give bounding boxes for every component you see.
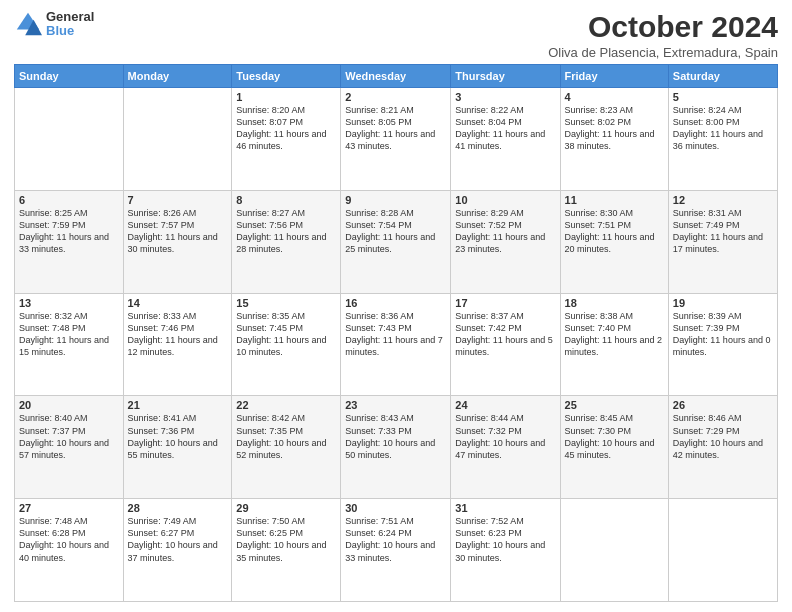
day-number: 14	[128, 297, 228, 309]
col-header-thursday: Thursday	[451, 65, 560, 88]
day-number: 13	[19, 297, 119, 309]
day-info: Sunrise: 8:27 AMSunset: 7:56 PMDaylight:…	[236, 207, 336, 256]
day-info: Sunrise: 8:43 AMSunset: 7:33 PMDaylight:…	[345, 412, 446, 461]
col-header-monday: Monday	[123, 65, 232, 88]
day-info: Sunrise: 8:32 AMSunset: 7:48 PMDaylight:…	[19, 310, 119, 359]
calendar-cell: 16Sunrise: 8:36 AMSunset: 7:43 PMDayligh…	[341, 293, 451, 396]
day-number: 22	[236, 399, 336, 411]
day-number: 25	[565, 399, 664, 411]
logo-icon	[14, 10, 42, 38]
day-info: Sunrise: 8:44 AMSunset: 7:32 PMDaylight:…	[455, 412, 555, 461]
col-header-saturday: Saturday	[668, 65, 777, 88]
day-number: 31	[455, 502, 555, 514]
day-info: Sunrise: 8:30 AMSunset: 7:51 PMDaylight:…	[565, 207, 664, 256]
calendar-cell: 19Sunrise: 8:39 AMSunset: 7:39 PMDayligh…	[668, 293, 777, 396]
subtitle: Oliva de Plasencia, Extremadura, Spain	[548, 45, 778, 60]
calendar-cell	[668, 499, 777, 602]
logo-text: General Blue	[46, 10, 94, 39]
logo: General Blue	[14, 10, 94, 39]
day-info: Sunrise: 7:48 AMSunset: 6:28 PMDaylight:…	[19, 515, 119, 564]
day-info: Sunrise: 8:37 AMSunset: 7:42 PMDaylight:…	[455, 310, 555, 359]
day-number: 19	[673, 297, 773, 309]
calendar-week-3: 13Sunrise: 8:32 AMSunset: 7:48 PMDayligh…	[15, 293, 778, 396]
calendar-table: SundayMondayTuesdayWednesdayThursdayFrid…	[14, 64, 778, 602]
day-number: 5	[673, 91, 773, 103]
day-info: Sunrise: 7:51 AMSunset: 6:24 PMDaylight:…	[345, 515, 446, 564]
calendar-cell: 10Sunrise: 8:29 AMSunset: 7:52 PMDayligh…	[451, 190, 560, 293]
day-number: 1	[236, 91, 336, 103]
calendar-week-4: 20Sunrise: 8:40 AMSunset: 7:37 PMDayligh…	[15, 396, 778, 499]
day-info: Sunrise: 8:25 AMSunset: 7:59 PMDaylight:…	[19, 207, 119, 256]
calendar-cell: 5Sunrise: 8:24 AMSunset: 8:00 PMDaylight…	[668, 88, 777, 191]
calendar-cell: 7Sunrise: 8:26 AMSunset: 7:57 PMDaylight…	[123, 190, 232, 293]
calendar-cell: 24Sunrise: 8:44 AMSunset: 7:32 PMDayligh…	[451, 396, 560, 499]
col-header-tuesday: Tuesday	[232, 65, 341, 88]
main-title: October 2024	[548, 10, 778, 43]
col-header-friday: Friday	[560, 65, 668, 88]
day-info: Sunrise: 8:26 AMSunset: 7:57 PMDaylight:…	[128, 207, 228, 256]
calendar-cell: 21Sunrise: 8:41 AMSunset: 7:36 PMDayligh…	[123, 396, 232, 499]
day-number: 12	[673, 194, 773, 206]
day-info: Sunrise: 8:24 AMSunset: 8:00 PMDaylight:…	[673, 104, 773, 153]
calendar-week-5: 27Sunrise: 7:48 AMSunset: 6:28 PMDayligh…	[15, 499, 778, 602]
day-info: Sunrise: 8:28 AMSunset: 7:54 PMDaylight:…	[345, 207, 446, 256]
day-number: 29	[236, 502, 336, 514]
day-number: 9	[345, 194, 446, 206]
calendar-cell: 4Sunrise: 8:23 AMSunset: 8:02 PMDaylight…	[560, 88, 668, 191]
day-number: 4	[565, 91, 664, 103]
day-info: Sunrise: 8:40 AMSunset: 7:37 PMDaylight:…	[19, 412, 119, 461]
day-info: Sunrise: 7:49 AMSunset: 6:27 PMDaylight:…	[128, 515, 228, 564]
day-number: 8	[236, 194, 336, 206]
day-info: Sunrise: 8:22 AMSunset: 8:04 PMDaylight:…	[455, 104, 555, 153]
day-number: 2	[345, 91, 446, 103]
calendar-cell: 8Sunrise: 8:27 AMSunset: 7:56 PMDaylight…	[232, 190, 341, 293]
day-number: 15	[236, 297, 336, 309]
day-number: 30	[345, 502, 446, 514]
day-info: Sunrise: 8:20 AMSunset: 8:07 PMDaylight:…	[236, 104, 336, 153]
col-header-sunday: Sunday	[15, 65, 124, 88]
logo-blue: Blue	[46, 24, 94, 38]
day-info: Sunrise: 8:38 AMSunset: 7:40 PMDaylight:…	[565, 310, 664, 359]
calendar-cell: 11Sunrise: 8:30 AMSunset: 7:51 PMDayligh…	[560, 190, 668, 293]
header: General Blue October 2024 Oliva de Plase…	[14, 10, 778, 60]
day-info: Sunrise: 8:39 AMSunset: 7:39 PMDaylight:…	[673, 310, 773, 359]
calendar-cell	[123, 88, 232, 191]
header-row: SundayMondayTuesdayWednesdayThursdayFrid…	[15, 65, 778, 88]
calendar-cell: 31Sunrise: 7:52 AMSunset: 6:23 PMDayligh…	[451, 499, 560, 602]
day-number: 21	[128, 399, 228, 411]
day-number: 7	[128, 194, 228, 206]
day-info: Sunrise: 7:52 AMSunset: 6:23 PMDaylight:…	[455, 515, 555, 564]
day-number: 6	[19, 194, 119, 206]
calendar-cell: 28Sunrise: 7:49 AMSunset: 6:27 PMDayligh…	[123, 499, 232, 602]
col-header-wednesday: Wednesday	[341, 65, 451, 88]
day-info: Sunrise: 7:50 AMSunset: 6:25 PMDaylight:…	[236, 515, 336, 564]
day-number: 24	[455, 399, 555, 411]
day-number: 27	[19, 502, 119, 514]
calendar-cell: 26Sunrise: 8:46 AMSunset: 7:29 PMDayligh…	[668, 396, 777, 499]
calendar-cell: 23Sunrise: 8:43 AMSunset: 7:33 PMDayligh…	[341, 396, 451, 499]
day-number: 18	[565, 297, 664, 309]
calendar-cell	[15, 88, 124, 191]
calendar-cell: 15Sunrise: 8:35 AMSunset: 7:45 PMDayligh…	[232, 293, 341, 396]
calendar-cell: 1Sunrise: 8:20 AMSunset: 8:07 PMDaylight…	[232, 88, 341, 191]
page: General Blue October 2024 Oliva de Plase…	[0, 0, 792, 612]
calendar-week-2: 6Sunrise: 8:25 AMSunset: 7:59 PMDaylight…	[15, 190, 778, 293]
day-info: Sunrise: 8:45 AMSunset: 7:30 PMDaylight:…	[565, 412, 664, 461]
calendar-cell: 13Sunrise: 8:32 AMSunset: 7:48 PMDayligh…	[15, 293, 124, 396]
calendar-cell	[560, 499, 668, 602]
day-info: Sunrise: 8:29 AMSunset: 7:52 PMDaylight:…	[455, 207, 555, 256]
day-number: 10	[455, 194, 555, 206]
day-number: 20	[19, 399, 119, 411]
calendar-cell: 20Sunrise: 8:40 AMSunset: 7:37 PMDayligh…	[15, 396, 124, 499]
day-info: Sunrise: 8:41 AMSunset: 7:36 PMDaylight:…	[128, 412, 228, 461]
calendar-cell: 25Sunrise: 8:45 AMSunset: 7:30 PMDayligh…	[560, 396, 668, 499]
day-info: Sunrise: 8:31 AMSunset: 7:49 PMDaylight:…	[673, 207, 773, 256]
calendar-cell: 29Sunrise: 7:50 AMSunset: 6:25 PMDayligh…	[232, 499, 341, 602]
calendar-cell: 3Sunrise: 8:22 AMSunset: 8:04 PMDaylight…	[451, 88, 560, 191]
title-block: October 2024 Oliva de Plasencia, Extrema…	[548, 10, 778, 60]
day-number: 17	[455, 297, 555, 309]
calendar-cell: 14Sunrise: 8:33 AMSunset: 7:46 PMDayligh…	[123, 293, 232, 396]
calendar-cell: 2Sunrise: 8:21 AMSunset: 8:05 PMDaylight…	[341, 88, 451, 191]
day-number: 3	[455, 91, 555, 103]
calendar-cell: 6Sunrise: 8:25 AMSunset: 7:59 PMDaylight…	[15, 190, 124, 293]
